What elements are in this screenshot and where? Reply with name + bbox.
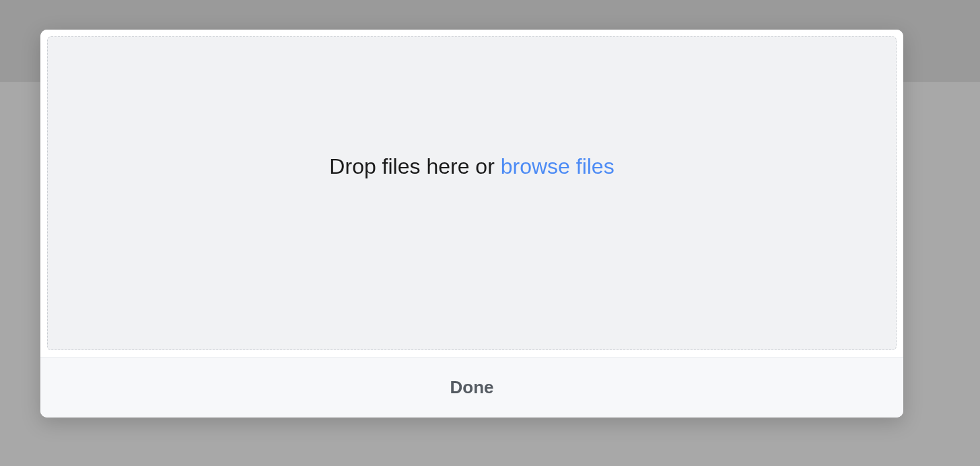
dropzone-prompt: Drop files here or browse files — [329, 154, 614, 179]
browse-files-link[interactable]: browse files — [501, 154, 615, 178]
done-button[interactable]: Done — [437, 372, 508, 403]
dropzone-prompt-text: Drop files here or — [329, 154, 500, 178]
upload-modal: Drop files here or browse files Done — [40, 30, 903, 418]
modal-footer: Done — [40, 357, 903, 418]
dropzone-container: Drop files here or browse files — [40, 30, 903, 357]
file-dropzone[interactable]: Drop files here or browse files — [47, 36, 897, 350]
